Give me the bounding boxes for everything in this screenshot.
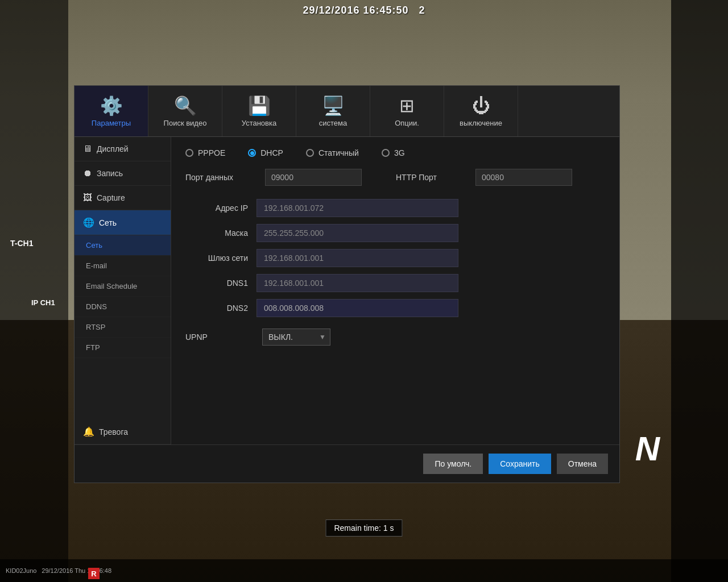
gateway-label: Шлюз сети (185, 253, 248, 263)
sidebar-item-network[interactable]: 🌐 Сеть (75, 210, 171, 235)
ip-row-dns1: DNS1 (185, 274, 605, 292)
ip-row-address: Адрес IP (185, 199, 605, 217)
timestamp: 29/12/2016 16:45:50 2 (303, 5, 425, 16)
top-nav: ⚙️ Параметры 🔍 Поиск видео 💾 Установка 🖥… (75, 86, 619, 137)
nav-item-options[interactable]: ⊞ Опции. (370, 86, 444, 136)
capture-icon: 🖼 (83, 193, 92, 203)
dns1-label: DNS1 (185, 278, 248, 288)
settings-icon: ⚙️ (100, 95, 123, 117)
upnp-select-wrapper: ВЫКЛ. ВКЛ. ▼ (262, 329, 330, 346)
nav-item-shutdown[interactable]: ⏻ выключение (444, 86, 518, 136)
radio-static[interactable]: Статичный (306, 148, 359, 157)
rec-indicator: R (88, 568, 100, 579)
sidebar-item-display[interactable]: 🖥 Дисплей (75, 137, 171, 161)
radio-circle-static (306, 149, 314, 157)
http-port-input[interactable] (475, 169, 572, 186)
upnp-label: UPNP (185, 332, 254, 342)
radio-3g[interactable]: 3G (382, 148, 405, 157)
data-port-label: Порт данных (185, 173, 254, 182)
nav-item-settings[interactable]: ⚙️ Параметры (75, 86, 148, 136)
nav-item-video-search[interactable]: 🔍 Поиск видео (148, 86, 222, 136)
mask-label: Маска (185, 228, 248, 238)
bg-dark-left (0, 0, 68, 582)
ip-address-input[interactable] (257, 199, 458, 217)
cancel-button[interactable]: Отмена (557, 454, 608, 474)
sidebar-item-alarm[interactable]: 🔔 Тревога (75, 419, 171, 444)
alarm-icon: 🔔 (83, 426, 94, 437)
submenu-email-label: E-mail (86, 261, 107, 270)
submenu-email-schedule-label: Email Schedule (86, 282, 137, 290)
video-search-icon: 🔍 (174, 95, 197, 117)
sidebar-submenu-net[interactable]: Сеть (75, 235, 171, 256)
nav-item-system[interactable]: 🖥️ система (296, 86, 370, 136)
sidebar-submenu-ddns[interactable]: DDNS (75, 297, 171, 317)
submenu-rtsp-label: RTSP (86, 323, 105, 331)
tch1-label: T-CH1 (10, 239, 33, 248)
default-button[interactable]: По умолч. (423, 454, 483, 474)
radio-circle-3g (382, 149, 390, 157)
display-icon: 🖥 (83, 144, 92, 154)
nav-video-search-label: Поиск видео (164, 119, 207, 127)
dns2-input[interactable] (257, 299, 458, 317)
network-icon: 🌐 (83, 217, 94, 228)
sidebar-display-label: Дисплей (97, 144, 129, 153)
bg-dark-right (671, 0, 728, 582)
mask-input[interactable] (257, 224, 458, 242)
nav-system-label: система (319, 119, 347, 127)
ipch1-label: IP CH1 (31, 298, 55, 307)
timestamp-text: 29/12/2016 16:45:50 (303, 5, 408, 16)
radio-circle-pppoe (185, 149, 193, 157)
nav-settings-label: Параметры (92, 119, 131, 127)
sidebar-item-record[interactable]: ⏺ Запись (75, 161, 171, 186)
3g-label: 3G (394, 148, 405, 157)
radio-circle-dhcp (248, 149, 256, 157)
submenu-ftp-label: FTP (86, 343, 100, 352)
system-icon: 🖥️ (322, 95, 345, 117)
nav-shutdown-label: выключение (460, 119, 502, 127)
ip-row-dns2: DNS2 (185, 299, 605, 317)
sidebar-submenu-ftp[interactable]: FTP (75, 338, 171, 358)
options-icon: ⊞ (399, 95, 415, 117)
ip-row-gateway: Шлюз сети (185, 249, 605, 267)
remain-time-overlay: Remain time: 1 s (325, 519, 402, 537)
left-sidebar: 🖥 Дисплей ⏺ Запись 🖼 Capture 🌐 Сеть Сеть… (75, 137, 171, 444)
sidebar-record-label: Запись (97, 169, 123, 178)
nav-install-label: Установка (242, 119, 276, 127)
record-icon: ⏺ (83, 168, 92, 178)
sidebar-item-capture[interactable]: 🖼 Capture (75, 186, 171, 210)
save-button[interactable]: Сохранить (489, 454, 551, 474)
n-logo: N (635, 429, 660, 468)
dns2-label: DNS2 (185, 304, 248, 313)
gateway-input[interactable] (257, 249, 458, 267)
radio-dhcp[interactable]: DHCP (248, 148, 283, 157)
http-port-label: HTTP Порт (396, 173, 464, 182)
sidebar-network-label: Сеть (99, 218, 117, 227)
shutdown-icon: ⏻ (472, 95, 490, 117)
sidebar-capture-label: Capture (97, 193, 125, 202)
sidebar-submenu-email-schedule[interactable]: Email Schedule (75, 276, 171, 297)
ip-address-label: Адрес IP (185, 203, 248, 213)
bottom-datetime-text: 29/12/2016 Thu 16:46:48 (42, 567, 111, 574)
dns1-input[interactable] (257, 274, 458, 292)
data-port-input[interactable] (265, 169, 362, 186)
right-panel: PPPOE DHCP Статичный 3G Порт данных (171, 137, 619, 444)
radio-pppoe[interactable]: PPPOE (185, 148, 225, 157)
ip-fields-area: Адрес IP Маска Шлюз сети DNS1 DNS2 (185, 199, 605, 317)
device-id-text: KID02Juno (6, 567, 36, 574)
upnp-row: UPNP ВЫКЛ. ВКЛ. ▼ (185, 329, 605, 346)
install-icon: 💾 (248, 95, 271, 117)
sidebar-submenu-email[interactable]: E-mail (75, 256, 171, 276)
channel-number: 2 (419, 5, 425, 16)
nav-item-install[interactable]: 💾 Установка (222, 86, 296, 136)
main-panel: ⚙️ Параметры 🔍 Поиск видео 💾 Установка 🖥… (74, 85, 620, 483)
bottom-buttons: По умолч. Сохранить Отмена (75, 444, 619, 483)
content-area: 🖥 Дисплей ⏺ Запись 🖼 Capture 🌐 Сеть Сеть… (75, 137, 619, 444)
nav-options-label: Опции. (395, 119, 419, 127)
sidebar-alarm-label: Тревога (99, 427, 128, 436)
submenu-ddns-label: DDNS (86, 302, 107, 311)
network-type-row: PPPOE DHCP Статичный 3G (185, 148, 605, 157)
sidebar-submenu-rtsp[interactable]: RTSP (75, 317, 171, 338)
static-label: Статичный (318, 148, 359, 157)
upnp-select[interactable]: ВЫКЛ. ВКЛ. (262, 329, 330, 346)
dhcp-label: DHCP (260, 148, 283, 157)
